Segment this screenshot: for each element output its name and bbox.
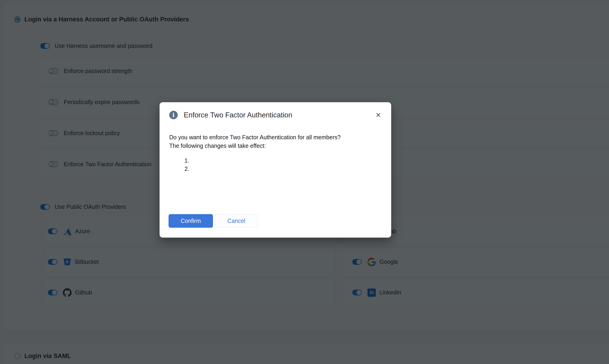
info-icon: i (169, 111, 178, 119)
dialog-body-line2: The following changes will take effect: (169, 142, 379, 150)
dialog-body-text: Do you want to enforce Two Factor Authen… (169, 133, 379, 150)
dialog-effects-item (191, 165, 376, 173)
dialog-effects-item (191, 156, 376, 165)
cancel-button[interactable]: Cancel (215, 214, 258, 228)
confirm-button[interactable]: Confirm (168, 214, 213, 228)
enforce-2fa-dialog: i Enforce Two Factor Authentication ✕ Do… (160, 102, 391, 238)
dialog-title: Enforce Two Factor Authentication (184, 111, 292, 119)
close-icon[interactable]: ✕ (374, 111, 383, 120)
dialog-body-line1: Do you want to enforce Two Factor Authen… (169, 133, 379, 142)
authentication-settings-page: Login via a Harness Account or Public OA… (0, 0, 609, 364)
dialog-effects-list (169, 156, 376, 173)
